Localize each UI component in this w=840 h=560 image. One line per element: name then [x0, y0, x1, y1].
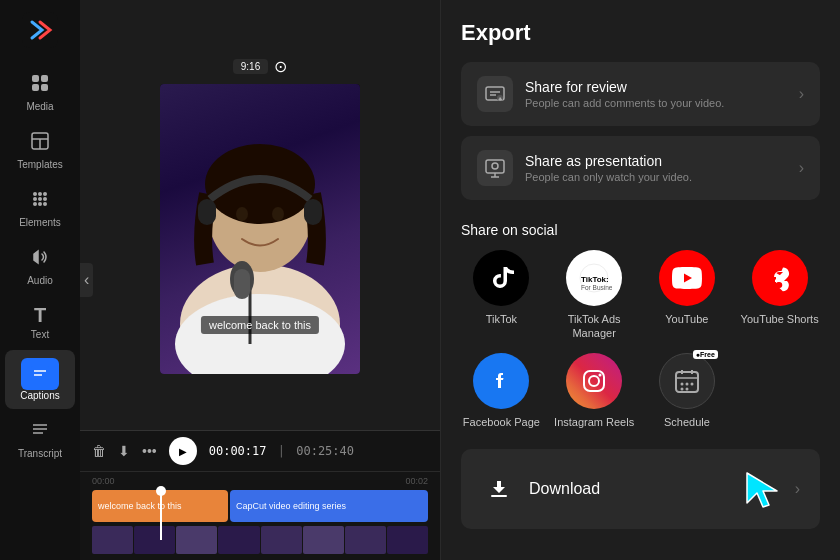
timeline-controls: 🗑 ⬇ ••• ▶ 00:00:17 | 00:25:40	[80, 431, 440, 472]
download-label: Download	[529, 480, 600, 498]
export-title: Export	[461, 20, 820, 46]
current-time: 00:00:17 | 00:25:40	[209, 444, 354, 458]
svg-point-14	[43, 197, 47, 201]
thumb-1	[92, 526, 133, 554]
thumb-4	[218, 526, 259, 554]
text-icon: T	[34, 304, 46, 327]
export-panel: Export + Share for review People can add…	[440, 0, 840, 560]
tiktok-button[interactable]: TikTok	[461, 250, 542, 341]
share-review-chevron: ›	[799, 85, 804, 103]
play-button[interactable]: ▶	[169, 437, 197, 465]
track-clips: welcome back to this CapCut video editin…	[92, 490, 428, 522]
video-frame: welcome back to this	[160, 84, 360, 374]
svg-point-57	[680, 387, 683, 390]
more-options-button[interactable]: •••	[142, 443, 157, 459]
tiktok-watermark: ⊙	[274, 57, 287, 76]
svg-point-55	[685, 382, 688, 385]
sidebar-label-audio: Audio	[27, 275, 53, 286]
sidebar-item-transcript[interactable]: Transcript	[5, 411, 75, 467]
svg-point-27	[236, 207, 248, 221]
sidebar-item-media[interactable]: Media	[5, 64, 75, 120]
clip-blue[interactable]: CapCut video editing series	[230, 490, 428, 522]
sidebar-label-text: Text	[31, 329, 49, 340]
svg-rect-3	[32, 84, 39, 91]
media-icon	[29, 72, 51, 99]
sidebar-item-captions[interactable]: Captions	[5, 350, 75, 409]
track-thumbnails	[92, 526, 428, 554]
svg-rect-17	[31, 366, 49, 380]
thumb-8	[387, 526, 428, 554]
sidebar-item-audio[interactable]: Audio	[5, 238, 75, 294]
instagram-label: Instagram Reels	[554, 415, 634, 429]
share-presentation-label: Share as presentation	[525, 153, 692, 169]
thumb-7	[345, 526, 386, 554]
left-panel-toggle[interactable]: ‹	[80, 263, 93, 297]
sidebar-label-captions: Captions	[20, 390, 59, 401]
instagram-icon	[566, 353, 622, 409]
sidebar: Media Templates Elemen	[0, 0, 80, 560]
facebook-button[interactable]: Facebook Page	[461, 353, 542, 429]
svg-text:For Business: For Business	[581, 284, 612, 291]
instagram-button[interactable]: Instagram Reels	[554, 353, 635, 429]
tiktok-ads-button[interactable]: TikTok: For Business TikTok Ads Manager	[554, 250, 635, 341]
share-as-presentation-button[interactable]: Share as presentation People can only wa…	[461, 136, 820, 200]
thumb-2	[134, 526, 175, 554]
current-time-value: 00:00:17	[209, 444, 267, 458]
schedule-button[interactable]: ●Free Schedule	[647, 353, 728, 429]
svg-point-15	[38, 192, 42, 196]
sidebar-label-transcript: Transcript	[18, 448, 62, 459]
download-icon	[481, 471, 517, 507]
playhead[interactable]	[160, 490, 162, 540]
free-badge: ●Free	[693, 350, 718, 359]
share-presentation-chevron: ›	[799, 159, 804, 177]
facebook-label: Facebook Page	[463, 415, 540, 429]
sidebar-label-elements: Elements	[19, 217, 61, 228]
elements-icon	[29, 188, 51, 215]
download-button[interactable]: Download ›	[461, 449, 820, 529]
aspect-ratio-badge[interactable]: 9:16	[233, 59, 268, 74]
share-review-desc: People can add comments to your video.	[525, 97, 724, 109]
download-clip-button[interactable]: ⬇	[118, 443, 130, 459]
timeline-track[interactable]: 00:00 00:02 welcome back to this CapCut …	[80, 472, 440, 560]
svg-point-56	[690, 382, 693, 385]
thumb-6	[303, 526, 344, 554]
youtube-shorts-button[interactable]: YouTube Shorts	[739, 250, 820, 341]
svg-point-48	[589, 376, 599, 386]
svg-point-12	[38, 197, 42, 201]
youtube-icon	[659, 250, 715, 306]
thumb-3	[176, 526, 217, 554]
youtube-shorts-icon	[752, 250, 808, 306]
tiktok-ads-label: TikTok Ads Manager	[554, 312, 635, 341]
youtube-label: YouTube	[665, 312, 708, 326]
tiktok-icon	[473, 250, 529, 306]
track-ruler: 00:00 00:02	[92, 476, 428, 486]
thumb-5	[261, 526, 302, 554]
captions-icon-box	[21, 358, 59, 390]
svg-rect-2	[41, 75, 48, 82]
youtube-shorts-label: YouTube Shorts	[741, 312, 819, 326]
delete-button[interactable]: 🗑	[92, 443, 106, 459]
svg-point-42	[492, 163, 498, 169]
svg-rect-4	[41, 84, 48, 91]
svg-rect-1	[32, 75, 39, 82]
sidebar-item-text[interactable]: T Text	[5, 296, 75, 348]
preview-area: 9:16 ⊙	[80, 0, 440, 430]
cursor-arrow	[739, 465, 787, 513]
sidebar-item-templates[interactable]: Templates	[5, 122, 75, 178]
sidebar-label-templates: Templates	[17, 159, 63, 170]
svg-point-13	[33, 197, 37, 201]
svg-point-26	[205, 144, 315, 224]
schedule-label: Schedule	[664, 415, 710, 429]
svg-point-28	[272, 207, 284, 221]
share-presentation-icon	[477, 150, 513, 186]
share-on-social-label: Share on social	[461, 222, 820, 238]
svg-point-10	[33, 202, 37, 206]
sidebar-item-elements[interactable]: Elements	[5, 180, 75, 236]
audio-icon	[29, 246, 51, 273]
share-for-review-button[interactable]: + Share for review People can add commen…	[461, 62, 820, 126]
youtube-button[interactable]: YouTube	[647, 250, 728, 341]
templates-icon	[29, 130, 51, 157]
tiktok-label: TikTok	[486, 312, 517, 326]
svg-rect-29	[198, 199, 216, 225]
svg-point-8	[33, 192, 37, 196]
